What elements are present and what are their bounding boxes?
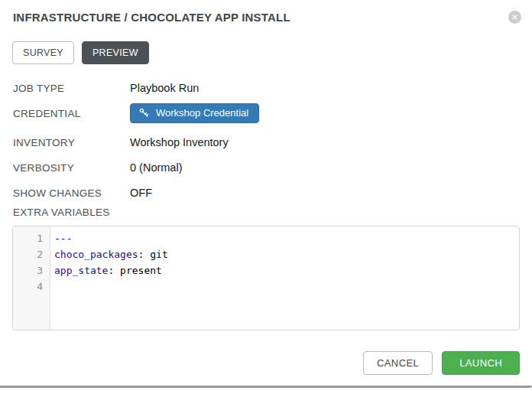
job-detail-fields: JOB TYPE Playbook Run CREDENTIAL Worksho…: [0, 82, 532, 199]
verbosity-label: VERBOSITY: [13, 162, 130, 174]
field-row-inventory: INVENTORY Workshop Inventory: [13, 136, 532, 148]
modal-header: INFRASTRUCTURE / CHOCOLATEY APP INSTALL …: [0, 0, 532, 24]
field-row-show-changes: SHOW CHANGES OFF: [13, 187, 532, 199]
yaml-doc-separator: ---: [54, 233, 72, 244]
tab-survey[interactable]: SURVEY: [12, 41, 74, 64]
verbosity-value: 0 (Normal): [130, 161, 182, 174]
extra-variables-editor[interactable]: 1 --- 2 choco_packages: git 3 app_state:…: [12, 226, 520, 331]
yaml-key: choco_packages: [54, 249, 138, 260]
job-launch-preview-modal: INFRASTRUCTURE / CHOCOLATEY APP INSTALL …: [0, 0, 532, 394]
cancel-button[interactable]: CANCEL: [363, 351, 433, 375]
editor-line: 3 app_state: present: [13, 262, 519, 278]
editor-line: 4: [13, 278, 519, 295]
show-changes-label: SHOW CHANGES: [13, 187, 130, 199]
window-bottom-edge: [0, 386, 532, 388]
line-number: 1: [13, 230, 50, 246]
editor-line: 1 ---: [13, 230, 519, 246]
tab-preview[interactable]: PREVIEW: [82, 41, 149, 64]
yaml-value: : present: [108, 265, 161, 276]
close-icon: ✕: [508, 11, 521, 24]
modal-title: INFRASTRUCTURE / CHOCOLATEY APP INSTALL: [13, 11, 290, 24]
line-number: 2: [13, 246, 50, 262]
editor-line: 2 choco_packages: git: [13, 246, 519, 262]
job-type-label: JOB TYPE: [13, 83, 130, 94]
key-icon: [139, 108, 149, 118]
editor-code-lines: 1 --- 2 choco_packages: git 3 app_state:…: [13, 226, 519, 295]
tab-bar: SURVEY PREVIEW: [12, 41, 532, 64]
launch-button[interactable]: LAUNCH: [442, 351, 520, 375]
modal-footer: CANCEL LAUNCH: [0, 351, 532, 375]
close-button[interactable]: ✕: [508, 11, 521, 24]
show-changes-value: OFF: [130, 187, 152, 199]
credential-badge-label: Workshop Credential: [156, 107, 248, 119]
line-number: 3: [13, 262, 50, 278]
inventory-label: INVENTORY: [13, 137, 130, 148]
line-number: 4: [13, 278, 50, 295]
field-row-verbosity: VERBOSITY 0 (Normal): [13, 161, 532, 174]
inventory-value: Workshop Inventory: [130, 136, 229, 148]
credential-value: Workshop Credential: [130, 103, 259, 123]
credential-label: CREDENTIAL: [13, 108, 130, 119]
credential-badge[interactable]: Workshop Credential: [130, 103, 259, 123]
field-row-job-type: JOB TYPE Playbook Run: [13, 82, 532, 94]
extra-variables-label: EXTRA VARIABLES: [0, 207, 532, 218]
yaml-value: : git: [138, 249, 168, 260]
yaml-key: app_state: [54, 265, 108, 276]
job-type-value: Playbook Run: [130, 82, 199, 94]
field-row-credential: CREDENTIAL Workshop Credential: [13, 103, 532, 123]
